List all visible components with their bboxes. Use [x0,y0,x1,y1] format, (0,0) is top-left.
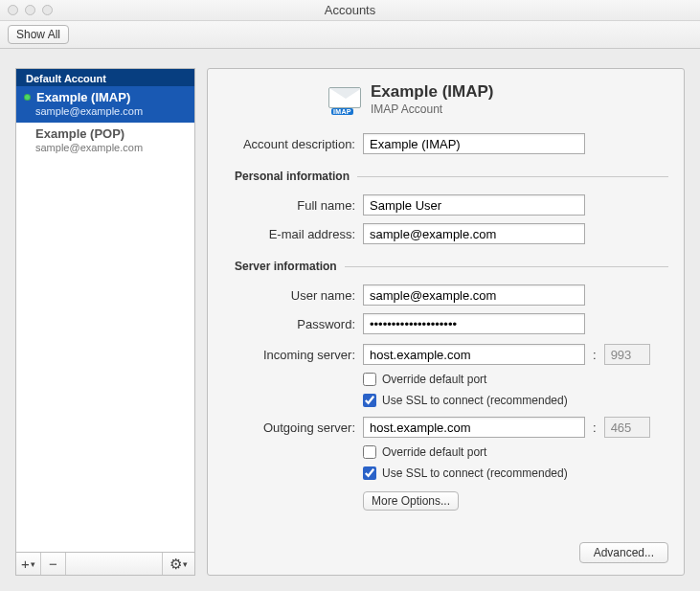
mail-icon: IMAP [328,87,361,112]
dropdown-caret-icon: ▾ [183,559,188,569]
toolbar: Show All [0,21,700,49]
account-item-imap[interactable]: Example (IMAP) sample@example.com [16,86,194,123]
dropdown-caret-icon: ▾ [31,559,35,569]
incoming-override-port-checkbox[interactable] [363,373,376,386]
email-label: E-mail address: [223,227,355,241]
section-title: Personal information [235,170,350,183]
user-name-field[interactable] [363,284,585,306]
password-label: Password: [223,317,355,331]
incoming-port-field [604,344,650,365]
sidebar-toolbar: +▾ − ⚙▾ [15,553,195,576]
accounts-sidebar: Default Account Example (IMAP) sample@ex… [15,68,195,576]
window-title: Accounts [325,3,375,17]
detail-footer: Advanced... [223,534,668,563]
outgoing-server-field[interactable] [363,417,585,438]
incoming-server-label: Incoming server: [223,348,355,362]
outgoing-port-field [604,417,650,438]
password-field[interactable] [363,313,585,334]
add-account-button[interactable]: +▾ [16,553,41,575]
description-field[interactable] [363,133,585,154]
detail-header: IMAP Example (IMAP) IMAP Account [223,82,668,116]
user-name-label: User name: [223,288,355,303]
protocol-badge: IMAP [331,108,353,115]
outgoing-override-port-checkbox[interactable] [363,445,376,459]
detail-subtitle: IMAP Account [371,102,493,116]
zoom-window-icon[interactable] [42,5,53,15]
account-name: Example (POP) [35,126,124,141]
override-port-label: Override default port [382,373,486,386]
use-ssl-label: Use SSL to connect (recommended) [382,466,568,480]
advanced-button[interactable]: Advanced... [579,542,668,563]
account-form: Account description: Personal informatio… [223,133,668,511]
email-field[interactable] [363,223,585,244]
account-item-pop[interactable]: Example (POP) sample@example.com [16,123,194,159]
remove-account-button[interactable]: − [41,553,66,575]
port-separator: : [593,421,597,435]
account-email: sample@example.com [35,142,185,153]
titlebar: Accounts [0,0,700,21]
close-window-icon[interactable] [8,5,18,15]
more-options-button[interactable]: More Options... [363,491,459,511]
online-status-icon [24,94,31,101]
show-all-button[interactable]: Show All [8,25,69,44]
port-separator: : [593,348,597,362]
gear-icon: ⚙ [169,556,182,573]
default-account-header: Default Account [16,69,194,86]
full-name-label: Full name: [223,198,355,213]
accounts-list: Default Account Example (IMAP) sample@ex… [15,68,195,553]
outgoing-use-ssl-checkbox[interactable] [363,466,376,480]
account-options-button[interactable]: ⚙▾ [162,553,194,575]
content-area: Default Account Example (IMAP) sample@ex… [0,49,700,591]
full-name-field[interactable] [363,194,585,216]
incoming-server-field[interactable] [363,344,585,365]
account-name: Example (IMAP) [36,90,130,104]
account-detail-panel: IMAP Example (IMAP) IMAP Account Account… [207,68,685,576]
plus-icon: + [21,556,30,572]
section-title: Server information [235,260,337,273]
outgoing-server-label: Outgoing server: [223,421,355,435]
account-email: sample@example.com [35,105,185,117]
description-label: Account description: [223,137,355,151]
personal-info-header: Personal information [235,170,668,183]
incoming-use-ssl-checkbox[interactable] [363,394,376,407]
server-info-header: Server information [235,260,668,273]
traffic-lights [8,5,53,15]
use-ssl-label: Use SSL to connect (recommended) [382,394,568,407]
minimize-window-icon[interactable] [25,5,35,15]
detail-title: Example (IMAP) [371,82,493,102]
override-port-label: Override default port [382,445,486,459]
